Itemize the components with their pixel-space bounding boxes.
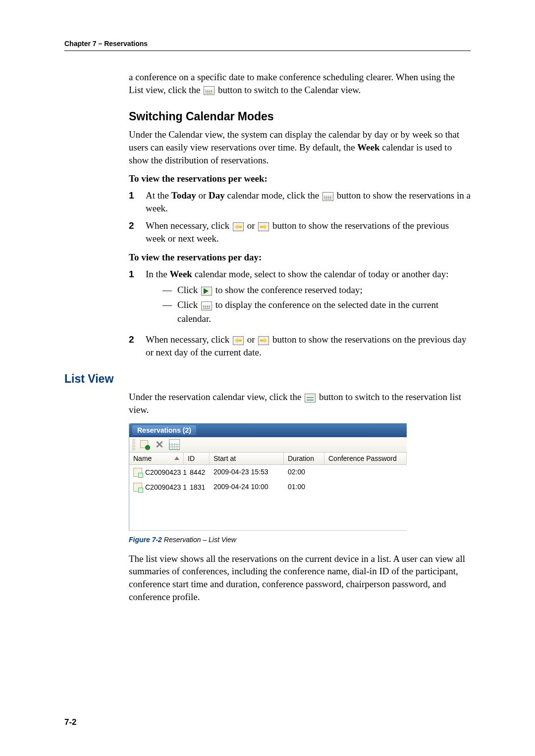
- list-view-icon: [305, 394, 316, 403]
- arrow-right-icon: [258, 336, 269, 345]
- figure-reservation-list-view: Reservations (2) Name ID Start at Durati…: [129, 423, 407, 531]
- text: calendar mode, select to show the calend…: [195, 269, 449, 279]
- text-week-bold: Week: [170, 269, 192, 279]
- text-week-bold: Week: [357, 142, 379, 152]
- step-week-2: 2 When necessary, click or button to sho…: [129, 219, 471, 245]
- step-day-1: 1 In the Week calendar mode, select to s…: [129, 268, 471, 328]
- column-conference-password[interactable]: Conference Password: [324, 453, 407, 464]
- cell-duration: 01:00: [284, 482, 324, 493]
- arrow-left-icon: [233, 336, 244, 345]
- new-reservation-icon[interactable]: [139, 439, 150, 450]
- window-titlebar: Reservations (2): [129, 423, 407, 437]
- step-number: 2: [129, 219, 146, 245]
- week-calendar-icon: [322, 192, 333, 201]
- table-row[interactable]: C20090423 11831 2009-04-24 10:00 01:00: [129, 480, 407, 495]
- arrow-right-icon: [258, 222, 269, 231]
- figure-caption: Figure 7-2 Reservation – List View: [129, 536, 471, 544]
- table-empty-space: [129, 495, 407, 530]
- header-rule: [64, 50, 471, 51]
- cell-name: C20090423 1: [145, 468, 187, 476]
- switching-paragraph: Under the Calendar view, the system can …: [129, 128, 471, 166]
- step-day-2: 2 When necessary, click or button to sho…: [129, 333, 471, 358]
- column-id[interactable]: ID: [184, 453, 210, 464]
- cell-id: 8442: [190, 468, 205, 476]
- column-duration[interactable]: Duration: [284, 453, 324, 464]
- cell-start: 2009-04-23 15:53: [210, 467, 284, 478]
- reservation-item-icon: [133, 483, 142, 492]
- text: Click: [177, 300, 200, 310]
- window-title: Reservations (2): [132, 425, 196, 435]
- text: In the: [146, 269, 170, 279]
- dash: —: [162, 298, 177, 325]
- dash-item-selected-date: — Click to display the conference on the…: [162, 298, 471, 325]
- cell-start: 2009-04-24 10:00: [210, 482, 284, 493]
- reservation-item-icon: [133, 468, 142, 477]
- table-row[interactable]: C20090423 18442 2009-04-23 15:53 02:00: [129, 465, 407, 480]
- text: calendar mode, click the: [227, 190, 321, 201]
- toolbar: [129, 437, 407, 453]
- calendar-view-icon: [204, 86, 214, 95]
- text: Click: [177, 285, 200, 295]
- text: Under the reservation calendar view, cli…: [129, 392, 304, 402]
- step-week-1: 1 At the Today or Day calendar mode, cli…: [129, 189, 471, 214]
- today-play-icon: [201, 287, 212, 296]
- column-name-label: Name: [133, 454, 152, 462]
- listview-intro: Under the reservation calendar view, cli…: [129, 391, 471, 416]
- text: When necessary, click: [146, 220, 232, 231]
- column-headers: Name ID Start at Duration Conference Pas…: [129, 453, 407, 465]
- dash: —: [162, 283, 177, 297]
- chapter-header: Chapter 7 – Reservations: [64, 40, 471, 48]
- column-start[interactable]: Start at: [210, 453, 284, 464]
- arrow-left-icon: [233, 222, 244, 231]
- intro-paragraph: a conference on a specific date to make …: [129, 71, 471, 96]
- cell-id: 1831: [190, 483, 205, 491]
- sort-ascending-icon: [174, 456, 179, 460]
- step-number: 1: [129, 189, 146, 214]
- text-today: Today: [171, 190, 196, 201]
- intro-text-b: button to switch to the Calendar view.: [218, 85, 361, 95]
- heading-list-view: List View: [64, 372, 471, 386]
- column-name[interactable]: Name: [129, 453, 184, 464]
- text: to display the conference on the selecte…: [177, 300, 438, 324]
- calendar-view-icon[interactable]: [169, 439, 180, 450]
- toolbar-gripper: [132, 439, 135, 450]
- dash-item-today: — Click to show the conference reserved …: [162, 283, 471, 297]
- heading-switching-modes: Switching Calendar Modes: [129, 110, 471, 123]
- text: to show the conference reserved today;: [215, 285, 363, 295]
- step-number: 2: [129, 333, 146, 358]
- text: or: [198, 190, 209, 201]
- step-number: 1: [129, 268, 146, 328]
- cell-name: C20090423 1: [145, 483, 187, 491]
- figure-number: Figure 7-2: [129, 536, 162, 544]
- text: When necessary, click: [146, 334, 232, 345]
- page-number: 7-2: [64, 717, 77, 727]
- listview-description: The list view shows all the reservations…: [129, 553, 471, 604]
- subheading-per-day: To view the reservations per day:: [129, 252, 471, 263]
- text: or: [247, 220, 258, 231]
- cell-duration: 02:00: [284, 467, 324, 478]
- subheading-per-week: To view the reservations per week:: [129, 173, 471, 184]
- text-day: Day: [209, 190, 225, 201]
- day-calendar-icon: [201, 302, 212, 310]
- text: or: [247, 334, 258, 345]
- delete-icon[interactable]: [154, 439, 165, 450]
- figure-title: Reservation – List View: [164, 536, 236, 544]
- text: At the: [146, 190, 171, 201]
